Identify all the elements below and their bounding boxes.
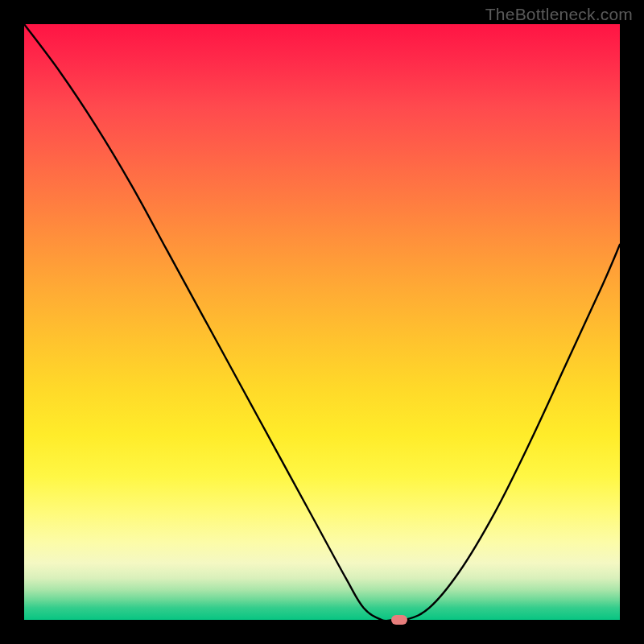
bottleneck-curve — [24, 24, 620, 620]
minimum-marker — [391, 615, 407, 625]
watermark-text: TheBottleneck.com — [485, 5, 633, 24]
chart-frame: TheBottleneck.com — [0, 0, 644, 644]
curve-layer — [24, 24, 620, 620]
